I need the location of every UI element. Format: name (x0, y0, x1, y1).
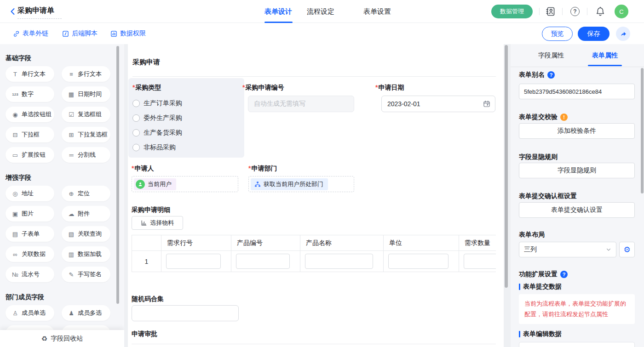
tab-form-design[interactable]: 表单设计 (264, 0, 292, 23)
request-date-input[interactable]: 2023-02-01 (381, 96, 495, 112)
field-number[interactable]: 123数字 (6, 86, 54, 102)
form-alias-input[interactable]: 5feb2379d54360802186ce84 (519, 84, 635, 99)
form-section-title: 采购申请 (132, 58, 160, 67)
radio-icon[interactable] (132, 144, 140, 151)
field-visibility-button[interactable]: 字段显隐规则 (519, 163, 635, 178)
data-manage-button[interactable]: 数据管理 (491, 5, 533, 18)
field-item-label: 日期时间 (78, 90, 102, 98)
form-layout-select[interactable]: 三列 (519, 242, 616, 257)
field-address[interactable]: ◎地址 (6, 186, 54, 201)
help-icon[interactable]: ? (547, 71, 555, 79)
field-linked-data[interactable]: ∞关联数据 (6, 246, 54, 262)
field-multi-line-text-icon: ≡ (67, 71, 75, 78)
field-recycle-bin-button[interactable]: ♻ 字段回收站 (0, 330, 124, 347)
radio-option[interactable]: 非标品采购 (132, 142, 182, 153)
required-asterisk: * (132, 165, 134, 172)
field-item-label: 关联数据 (22, 250, 46, 258)
department-input[interactable]: 获取当前用户所处部门 (248, 176, 354, 192)
sidebar-section-title: 部门成员字段 (6, 293, 124, 302)
contact-book-icon[interactable] (546, 6, 556, 17)
field-subform[interactable]: ▤子表单 (6, 226, 54, 242)
field-linked-data-icon: ∞ (11, 251, 19, 258)
table-column-header: 产品编号 (231, 235, 300, 250)
field-dropdown[interactable]: ⊟下拉框 (6, 127, 54, 142)
help-icon[interactable]: ? (560, 271, 568, 278)
tab-form-properties[interactable]: 表单属性 (592, 44, 618, 66)
preview-button[interactable]: 预览 (542, 27, 573, 41)
field-checkbox-group[interactable]: ☑复选框组 (62, 107, 110, 122)
field-subform-icon: ▤ (11, 231, 19, 238)
select-material-button[interactable]: 选择物料 (132, 216, 183, 230)
submit-confirm-button[interactable]: 表单提交确认设置 (519, 202, 635, 218)
applicant-input[interactable]: 当前用户 (132, 176, 238, 192)
field-item-label: 成员单选 (22, 309, 46, 317)
field-member-multi[interactable]: ♟成员多选 (62, 305, 110, 321)
field-serial-number[interactable]: №流水号 (6, 267, 54, 282)
radio-option-label: 生产订单采购 (144, 99, 182, 108)
table-cell-input[interactable] (236, 254, 290, 269)
radio-icon[interactable] (132, 114, 140, 122)
field-single-line-text[interactable]: T单行文本 (6, 66, 54, 82)
field-multi-line-text[interactable]: ≡多行文本 (62, 66, 110, 82)
org-tree-icon (254, 181, 261, 188)
field-item-label: 复选框组 (78, 110, 102, 119)
canvas-scrollbar[interactable] (505, 45, 508, 288)
table-cell-input[interactable] (464, 254, 496, 269)
request-no-input[interactable]: 自动生成无需填写 (248, 96, 354, 112)
table-cell-input[interactable] (305, 254, 373, 269)
tab-flow-setting[interactable]: 流程设定 (307, 0, 334, 23)
radio-icon[interactable] (132, 129, 140, 137)
radio-option[interactable]: 委外生产采购 (132, 113, 182, 123)
field-radio-group[interactable]: ◉单选按钮组 (6, 107, 54, 122)
field-attachment[interactable]: ☁附件 (62, 206, 110, 222)
field-image[interactable]: ▣图片 (6, 206, 54, 222)
divider (511, 67, 644, 67)
panel-scrollbar[interactable] (641, 68, 644, 193)
field-linked-query[interactable]: ▧关联查询 (62, 226, 110, 242)
flow-form-warning: 当前为流程表单，表单提交功能扩展的配置，请前往流程发起节点属性 (519, 294, 635, 324)
field-divider[interactable]: ═分割线 (62, 147, 110, 163)
layout-gear-button[interactable]: ⚙ (619, 242, 635, 257)
add-validation-button[interactable]: 添加校验条件 (519, 123, 635, 139)
random-code-input[interactable] (132, 305, 239, 321)
current-department-tag[interactable]: 获取当前用户所处部门 (251, 178, 328, 190)
field-radio-group-icon: ◉ (11, 111, 19, 118)
calendar-icon[interactable] (483, 100, 490, 108)
radio-option[interactable]: 生产备货采购 (132, 128, 182, 138)
user-avatar[interactable]: C (615, 5, 628, 18)
section-bar (519, 331, 520, 337)
field-attachment-icon: ☁ (67, 210, 75, 217)
page-title[interactable]: 采购申请单 (17, 6, 54, 16)
data-permission-link[interactable]: 数据权限 (110, 28, 146, 39)
field-datetime[interactable]: ▦日期时间 (62, 86, 110, 102)
backend-script-link[interactable]: 后端脚本 (62, 28, 98, 39)
field-item-label: 流水号 (22, 270, 40, 279)
field-item-label: 定位 (78, 189, 90, 198)
share-button[interactable] (616, 27, 630, 41)
radio-icon[interactable] (132, 100, 140, 107)
field-signature[interactable]: ✎手写签名 (62, 267, 110, 282)
field-location[interactable]: ⊕定位 (62, 186, 110, 201)
back-icon[interactable] (8, 7, 17, 16)
tab-field-properties[interactable]: 字段属性 (538, 44, 564, 66)
tab-form-setting[interactable]: 表单设置 (363, 0, 391, 23)
field-member-single[interactable]: ♙成员单选 (6, 305, 54, 321)
field-data-load[interactable]: ▥数据加载 (62, 246, 110, 262)
sidebar-scrollbar[interactable] (116, 46, 119, 304)
field-item-label: 成员多选 (78, 309, 102, 317)
toolbar-link-label: 表单外链 (23, 29, 48, 38)
field-dropdown-multi[interactable]: ⊞下拉复选框 (62, 127, 110, 142)
field-extend-button[interactable]: ▭扩展按钮 (6, 147, 54, 163)
help-icon[interactable]: ? (570, 7, 580, 16)
table-cell-input[interactable] (388, 254, 448, 269)
save-button[interactable]: 保存 (578, 27, 610, 41)
purchase-type-label: *采购类型 (132, 84, 161, 93)
current-user-tag[interactable]: 当前用户 (134, 178, 176, 190)
form-external-link[interactable]: 表单外链 (13, 28, 48, 39)
notification-bell-icon[interactable] (595, 6, 605, 17)
table-cell-input[interactable] (166, 254, 221, 269)
radio-option-label: 生产备货采购 (144, 129, 182, 137)
sidebar-sections: 基础字段T单行文本≡多行文本123数字▦日期时间◉单选按钮组☑复选框组⊟下拉框⊞… (6, 54, 124, 341)
field-item-label: 地址 (22, 189, 34, 198)
radio-option[interactable]: 生产订单采购 (132, 98, 182, 108)
